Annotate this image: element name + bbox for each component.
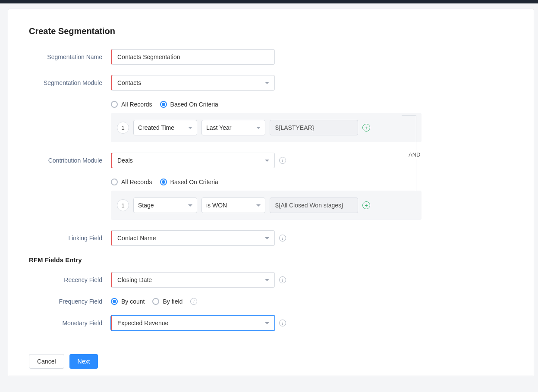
chevron-down-icon — [265, 279, 269, 281]
radio-icon — [111, 298, 118, 305]
radio-icon — [160, 101, 167, 108]
linking-field-label: Linking Field — [29, 235, 111, 241]
info-icon[interactable]: i — [279, 276, 286, 283]
chevron-down-icon — [265, 160, 269, 162]
segmentation-criteria-panel: 1 Created Time Last Year ${LASTYEAR} + — [111, 113, 422, 142]
contrib-criteria-value-input[interactable]: ${All Closed Won stages} — [270, 198, 358, 213]
radio-icon — [152, 298, 159, 305]
info-icon[interactable]: i — [279, 157, 286, 164]
radio-icon — [111, 179, 118, 185]
linking-field-value: Contact Name — [117, 235, 156, 241]
recency-field-label: Recency Field — [29, 276, 111, 283]
seg-criteria-operator-select[interactable]: Last Year — [201, 120, 265, 135]
frequency-by-field-radio[interactable]: By field — [152, 298, 182, 305]
chevron-down-icon — [256, 127, 261, 129]
add-criteria-icon[interactable]: + — [362, 201, 370, 209]
seg-all-records-label: All Records — [121, 101, 152, 108]
contribution-module-label: Contribution Module — [29, 157, 111, 164]
radio-icon — [160, 179, 167, 185]
contrib-criteria-operator-value: is WON — [206, 202, 227, 209]
chevron-down-icon — [188, 127, 192, 129]
contrib-all-records-radio[interactable]: All Records — [111, 179, 152, 185]
info-icon[interactable]: i — [190, 298, 197, 305]
segmentation-name-input[interactable] — [111, 49, 275, 65]
frequency-by-count-radio[interactable]: By count — [111, 298, 145, 305]
contribution-criteria-panel: 1 Stage is WON ${All Closed Won stages} … — [111, 191, 422, 220]
monetary-field-label: Monetary Field — [29, 320, 111, 326]
frequency-by-field-label: By field — [163, 298, 182, 305]
criteria-row-number: 1 — [117, 122, 129, 134]
radio-icon — [111, 101, 118, 108]
seg-all-records-radio[interactable]: All Records — [111, 101, 152, 108]
add-criteria-icon[interactable]: + — [362, 124, 370, 132]
contrib-criteria-value-text: ${All Closed Won stages} — [275, 202, 343, 209]
seg-criteria-value-input[interactable]: ${LASTYEAR} — [270, 120, 358, 135]
seg-criteria-field-select[interactable]: Created Time — [133, 120, 197, 135]
contrib-criteria-operator-select[interactable]: is WON — [201, 198, 265, 213]
frequency-by-count-label: By count — [121, 298, 145, 305]
topbar — [0, 0, 538, 3]
frequency-field-label: Frequency Field — [29, 298, 111, 305]
contribution-module-value: Deals — [117, 157, 133, 164]
segmentation-form-card: Create Segmentation Segmentation Name Se… — [8, 9, 534, 376]
segmentation-module-value: Contacts — [117, 79, 141, 86]
linking-field-select[interactable]: Contact Name — [111, 230, 275, 246]
recency-field-select[interactable]: Closing Date — [111, 272, 275, 288]
chevron-down-icon — [188, 204, 192, 207]
segmentation-module-select[interactable]: Contacts — [111, 75, 275, 91]
recency-field-value: Closing Date — [117, 276, 152, 283]
contrib-all-records-label: All Records — [121, 179, 152, 185]
rfm-section-heading: RFM Fields Entry — [29, 256, 513, 263]
contribution-module-select[interactable]: Deals — [111, 153, 275, 168]
seg-based-on-criteria-label: Based On Criteria — [170, 101, 218, 108]
criteria-row-number: 1 — [117, 199, 129, 211]
footer-actions: Cancel Next — [8, 347, 534, 376]
chevron-down-icon — [265, 237, 269, 239]
chevron-down-icon — [265, 82, 269, 84]
chevron-down-icon — [256, 204, 261, 207]
contrib-criteria-field-value: Stage — [138, 202, 154, 209]
segmentation-name-label: Segmentation Name — [29, 53, 111, 60]
contrib-criteria-field-select[interactable]: Stage — [133, 198, 197, 213]
contrib-based-on-criteria-radio[interactable]: Based On Criteria — [160, 179, 218, 185]
segmentation-module-label: Segmentation Module — [29, 79, 111, 86]
seg-criteria-operator-value: Last Year — [206, 124, 231, 131]
chevron-down-icon — [265, 322, 269, 324]
monetary-field-select[interactable]: Expected Revenue — [111, 315, 275, 331]
contrib-based-on-criteria-label: Based On Criteria — [170, 179, 218, 185]
next-button[interactable]: Next — [69, 354, 98, 369]
cancel-button[interactable]: Cancel — [29, 354, 64, 369]
seg-based-on-criteria-radio[interactable]: Based On Criteria — [160, 101, 218, 108]
info-icon[interactable]: i — [279, 320, 286, 326]
seg-criteria-field-value: Created Time — [138, 124, 174, 131]
seg-criteria-value-text: ${LASTYEAR} — [275, 124, 314, 131]
monetary-field-value: Expected Revenue — [117, 320, 168, 326]
page-title: Create Segmentation — [29, 26, 513, 36]
info-icon[interactable]: i — [279, 235, 286, 241]
